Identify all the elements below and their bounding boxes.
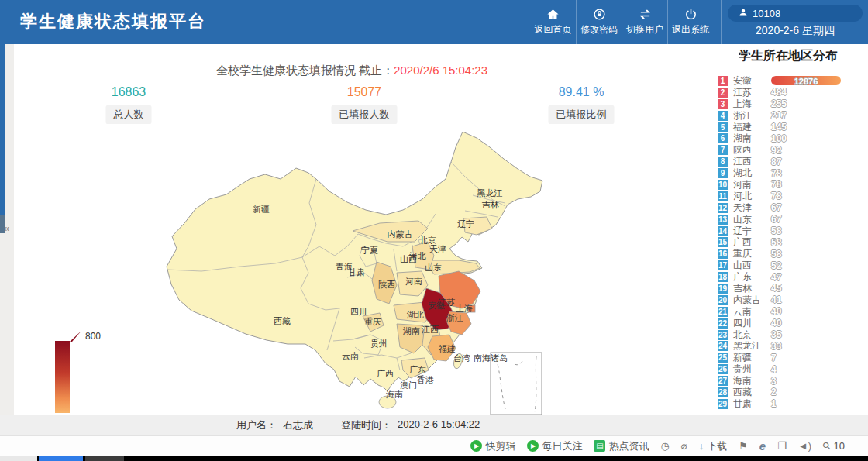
toolbar-item[interactable]: ▶快剪辑 [470, 439, 515, 453]
rank-badge: 17 [718, 260, 728, 270]
change-password-button[interactable]: 修改密码 [576, 0, 622, 44]
toolbar-item[interactable]: ◷ [660, 440, 669, 452]
region-row[interactable]: 4浙江217 [718, 110, 868, 122]
province-label: 山东 [425, 263, 442, 272]
region-row[interactable]: 20内蒙古41 [718, 294, 868, 306]
home-button[interactable]: 返回首页 [530, 0, 576, 44]
region-row[interactable]: 10河南78 [718, 179, 868, 191]
stats-caption-text: 全校学生健康状态填报情况 截止： [216, 64, 394, 77]
toolbar-item[interactable]: ▶每日关注 [527, 439, 582, 453]
region-row[interactable]: 8江西87 [718, 156, 868, 167]
switch-user-icon [639, 8, 652, 21]
province-label: 澳门 [400, 380, 417, 390]
toolbar-item[interactable]: ❐ [777, 440, 787, 452]
flag-icon: ⚑ [739, 440, 748, 452]
region-row[interactable]: 13山东67 [718, 214, 868, 225]
region-value: 484 [771, 87, 787, 98]
province-label: 江西 [421, 325, 439, 334]
province-label: 西藏 [274, 316, 291, 325]
region-row[interactable]: 18广东47 [718, 271, 868, 283]
taskbar-segment-light[interactable] [0, 456, 37, 461]
toolbar-item[interactable]: ◄) [798, 440, 811, 452]
toolbar-item[interactable]: ↓下载 [699, 439, 728, 453]
region-row[interactable]: 5福建145 [718, 122, 868, 133]
rank-badge: 29 [718, 399, 728, 409]
sidebar-collapse-toggle[interactable]: « [4, 222, 9, 234]
home-icon [546, 8, 560, 21]
rank-badge: 28 [718, 387, 728, 397]
header: 学生健康状态填报平台 返回首页 修改密码 切换用户 退出系统 10108 [0, 0, 868, 44]
region-row[interactable]: 21云南40 [718, 306, 868, 318]
region-row[interactable]: 26贵州4 [718, 363, 868, 375]
rank-badge: 15 [718, 237, 728, 247]
collapsed-sidebar[interactable] [0, 44, 5, 215]
region-value: 12876 [794, 77, 818, 86]
toolbar-item[interactable]: ⚑ [739, 440, 748, 452]
user-id: 10108 [753, 8, 780, 19]
region-value: 78 [771, 179, 781, 190]
rank-badge: 7 [718, 145, 728, 155]
toolbar-item[interactable]: ⌀ [681, 440, 687, 452]
stat-reported-value: 15077 [332, 85, 398, 99]
region-value: 100 [771, 133, 787, 144]
speaker-icon: ◄) [798, 440, 811, 452]
taskbar-strip[interactable] [0, 456, 868, 461]
ie-icon: e [760, 439, 766, 452]
region-row[interactable]: 15广西58 [718, 236, 868, 248]
region-value: 145 [771, 122, 787, 132]
switch-user-button[interactable]: 切换用户 [622, 0, 667, 44]
region-row[interactable]: 17山西52 [718, 260, 868, 271]
region-row[interactable]: 22四川40 [718, 318, 868, 329]
region-row[interactable]: 9湖北78 [718, 167, 868, 179]
region-row[interactable]: 1安徽12876 [718, 75, 868, 87]
region-name: 甘肃 [728, 397, 771, 411]
region-row[interactable]: 11河北78 [718, 191, 868, 202]
taskbar-segment-blue[interactable] [39, 456, 83, 461]
province-label: 四川 [350, 307, 367, 316]
region-row[interactable]: 7陕西92 [718, 144, 868, 156]
region-list: 1安徽128762江苏4843上海2554浙江2175福建1456湖南1007陕… [718, 75, 868, 410]
toolbar-item-label: 每日关注 [542, 439, 582, 453]
logout-button[interactable]: 退出系统 [667, 0, 713, 44]
status-bar: 用户名： 石志成 登陆时间： 2020-2-6 15:04:22 [0, 415, 868, 435]
region-value: 7 [771, 353, 777, 363]
header-nav: 返回首页 修改密码 切换用户 退出系统 [530, 0, 713, 44]
region-row[interactable]: 29甘肃1 [718, 398, 868, 410]
region-row[interactable]: 14辽宁58 [718, 225, 868, 237]
region-value: 41 [771, 294, 781, 305]
region-row[interactable]: 24黑龙江33 [718, 340, 868, 352]
switch-user-label: 切换用户 [626, 23, 663, 36]
play-circle-icon: ▶ [527, 440, 539, 452]
power-icon [684, 8, 698, 21]
region-row[interactable]: 6湖南100 [718, 132, 868, 144]
province-label: 贵州 [370, 339, 388, 348]
rank-badge: 25 [718, 353, 728, 363]
username-value: 石志成 [283, 418, 313, 432]
taskbar-segment-gray[interactable] [85, 456, 124, 461]
toolbar-item[interactable]: ▤热点资讯 [594, 439, 649, 453]
province-label: 甘肃 [348, 267, 365, 277]
region-value: 40 [771, 318, 781, 329]
region-row[interactable]: 25新疆7 [718, 352, 868, 363]
user-pill[interactable]: 10108 [728, 5, 863, 22]
stat-total-value: 16863 [106, 85, 152, 99]
toolbar-item[interactable]: e [760, 439, 766, 452]
region-row[interactable]: 23北京35 [718, 329, 868, 341]
region-row[interactable]: 2江苏484 [718, 87, 868, 98]
rank-badge: 24 [718, 341, 728, 351]
toolbar-item-label: 热点资讯 [608, 439, 649, 453]
region-value: 58 [771, 249, 781, 260]
region-value: 78 [771, 191, 781, 201]
region-row[interactable]: 12天津67 [718, 202, 868, 214]
region-row[interactable]: 19吉林45 [718, 283, 868, 294]
window-icon: ❐ [777, 440, 787, 452]
region-row[interactable]: 16重庆58 [718, 248, 868, 260]
province-label: 内蒙古 [388, 229, 413, 239]
rank-badge: 6 [718, 133, 728, 143]
region-row[interactable]: 3上海255 [718, 98, 868, 110]
region-row[interactable]: 28西藏2 [718, 387, 868, 398]
region-row[interactable]: 27海南3 [718, 375, 868, 387]
toolbar-item[interactable]: ⚲10 [823, 440, 845, 452]
province-label: 天津 [429, 244, 446, 253]
lock-icon [593, 8, 606, 21]
